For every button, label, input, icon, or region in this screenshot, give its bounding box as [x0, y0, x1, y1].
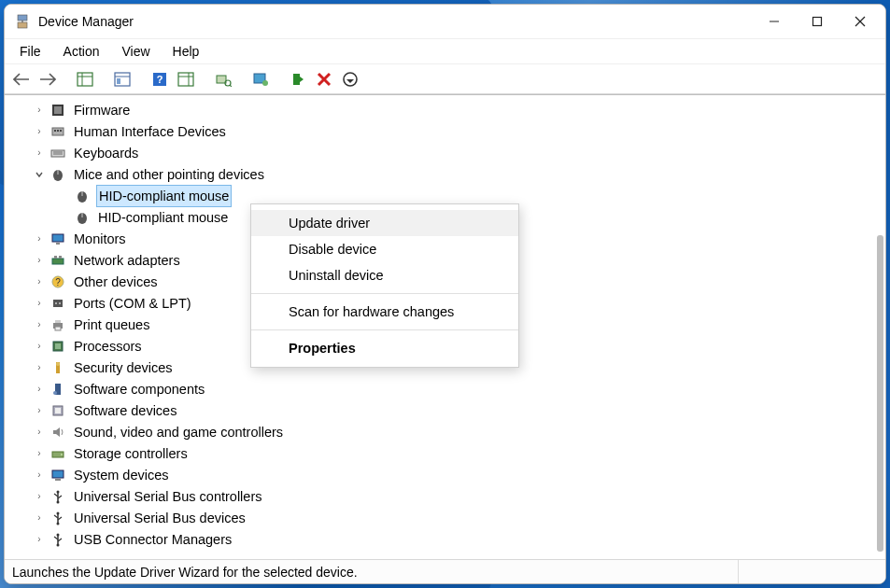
chevron-right-icon[interactable]: › — [33, 533, 46, 546]
tree-label: Sound, video and game controllers — [72, 422, 285, 442]
tree-node-firmware[interactable]: › Firmware — [12, 99, 885, 120]
network-icon — [49, 252, 66, 269]
tree-label: Network adapters — [72, 250, 182, 271]
close-button[interactable] — [839, 7, 882, 35]
disable-device-button[interactable] — [339, 68, 361, 91]
tree-node-mice[interactable]: Mice and other pointing devices — [12, 163, 885, 185]
mouse-icon — [74, 209, 91, 226]
menu-update-driver[interactable]: Update driver — [251, 210, 518, 236]
tree-label: Firmware — [72, 100, 132, 120]
tree-node-softdev[interactable]: › Software devices — [12, 399, 885, 421]
svg-text:?: ? — [55, 277, 61, 287]
show-hide-tree-button[interactable] — [74, 68, 96, 91]
status-text: Launches the Update Driver Wizard for th… — [12, 565, 358, 580]
chevron-right-icon[interactable]: › — [33, 232, 46, 245]
chevron-right-icon[interactable]: › — [33, 383, 46, 396]
maximize-button[interactable] — [796, 7, 839, 35]
menu-separator — [251, 293, 518, 294]
menu-help[interactable]: Help — [162, 40, 211, 63]
menubar: File Action View Help — [5, 38, 885, 64]
tree-label: Other devices — [72, 272, 159, 292]
menu-scan-hardware[interactable]: Scan for hardware changes — [251, 299, 518, 325]
menu-view[interactable]: View — [110, 40, 161, 63]
nav-back-button[interactable] — [10, 68, 33, 91]
tree-node-hid[interactable]: › Human Interface Devices — [12, 120, 885, 142]
svg-point-74 — [57, 533, 60, 536]
svg-rect-44 — [52, 259, 64, 264]
minimize-button[interactable] — [753, 7, 796, 35]
svg-rect-46 — [59, 256, 62, 259]
svg-point-68 — [57, 490, 60, 493]
svg-rect-30 — [54, 130, 56, 132]
printer-icon — [49, 316, 66, 333]
svg-rect-2 — [21, 21, 23, 22]
chevron-right-icon[interactable]: › — [33, 340, 46, 353]
tree-node-sound[interactable]: › Sound, video and game controllers — [12, 421, 885, 442]
tree-label: Human Interface Devices — [72, 121, 228, 142]
svg-point-69 — [57, 500, 60, 503]
chevron-right-icon[interactable]: › — [33, 254, 46, 267]
menu-file[interactable]: File — [8, 40, 52, 63]
svg-rect-1 — [18, 22, 27, 28]
chevron-right-icon[interactable]: › — [33, 469, 46, 482]
svg-rect-0 — [18, 15, 27, 21]
tree-label: System devices — [72, 465, 171, 485]
svg-rect-45 — [54, 256, 57, 259]
chevron-right-icon[interactable]: › — [33, 125, 46, 138]
chevron-right-icon[interactable]: › — [33, 104, 46, 117]
enable-device-button[interactable] — [287, 68, 309, 91]
tree-label: HID-compliant mouse — [96, 207, 230, 228]
scrollbar-thumb[interactable] — [877, 235, 883, 552]
chevron-right-icon[interactable]: › — [33, 318, 46, 331]
tree-label: Mice and other pointing devices — [72, 164, 266, 185]
chevron-right-icon[interactable]: › — [33, 511, 46, 525]
uninstall-device-button[interactable] — [313, 68, 335, 91]
status-separator — [738, 560, 878, 583]
tree-label: Universal Serial Bus controllers — [72, 486, 263, 507]
chevron-right-icon[interactable]: › — [33, 490, 46, 503]
other-devices-icon: ? — [49, 273, 66, 290]
chevron-down-icon[interactable] — [33, 168, 46, 181]
usb-icon — [49, 531, 66, 548]
tree-node-softcomp[interactable]: › Software components — [12, 378, 885, 399]
tree-node-usbdev[interactable]: › Universal Serial Bus devices — [12, 507, 885, 528]
chevron-right-icon[interactable]: › — [33, 147, 46, 160]
keyboard-icon — [49, 145, 66, 161]
software-component-icon — [49, 381, 66, 398]
help-button[interactable]: ? — [148, 68, 171, 91]
update-driver-button[interactable] — [249, 68, 272, 91]
menu-disable-device[interactable]: Disable device — [251, 236, 518, 262]
vertical-scrollbar[interactable] — [870, 97, 885, 557]
properties-button[interactable] — [111, 68, 134, 91]
chevron-right-icon[interactable]: › — [33, 297, 46, 310]
chevron-right-icon[interactable]: › — [33, 361, 46, 374]
menu-uninstall-device[interactable]: Uninstall device — [251, 262, 518, 288]
tree-node-storage[interactable]: › Storage controllers — [12, 442, 885, 464]
chevron-right-icon[interactable]: › — [33, 426, 46, 439]
usb-icon — [49, 510, 66, 526]
tree-label: HID-compliant mouse — [96, 185, 232, 207]
tree-node-keyboards[interactable]: › Keyboards — [12, 142, 885, 163]
security-icon — [49, 359, 66, 376]
tree-node-usbctrl[interactable]: › Universal Serial Bus controllers — [12, 485, 885, 507]
svg-point-51 — [59, 302, 61, 304]
tree-label: Security devices — [72, 357, 175, 378]
scan-hardware-button[interactable] — [212, 68, 234, 91]
svg-rect-23 — [293, 74, 300, 85]
svg-rect-31 — [57, 130, 59, 132]
menu-properties[interactable]: Properties — [251, 335, 518, 361]
tree-node-sysdev[interactable]: › System devices — [12, 464, 885, 485]
nav-forward-button[interactable] — [36, 68, 59, 91]
chevron-right-icon[interactable]: › — [33, 447, 46, 460]
tree-label: Print queues — [72, 315, 151, 335]
svg-rect-12 — [117, 78, 120, 84]
tree-node-usbconn[interactable]: › USB Connector Managers — [12, 528, 885, 550]
action-pane-button[interactable] — [175, 68, 197, 91]
hid-icon — [49, 123, 66, 140]
menu-action[interactable]: Action — [52, 40, 111, 63]
svg-point-60 — [53, 391, 57, 395]
tree-label: Monitors — [72, 229, 128, 249]
monitor-icon — [49, 231, 66, 247]
chevron-right-icon[interactable]: › — [33, 275, 46, 288]
chevron-right-icon[interactable]: › — [33, 404, 46, 417]
